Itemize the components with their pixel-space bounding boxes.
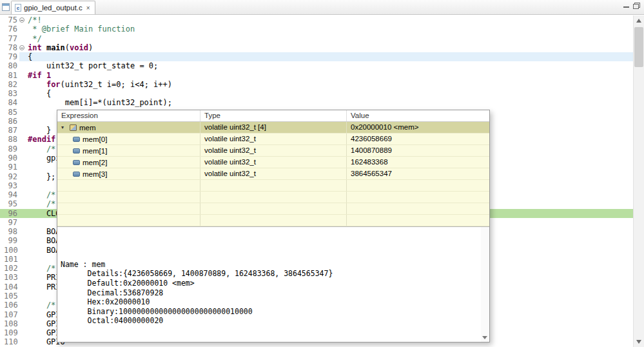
line-number[interactable]: 75 bbox=[4, 15, 19, 25]
expander-icon[interactable]: ▾ bbox=[61, 124, 67, 130]
fold-column bbox=[19, 34, 26, 43]
code-text[interactable]: /*! bbox=[26, 15, 633, 25]
fold-column bbox=[19, 310, 26, 319]
scroll-down-icon[interactable] bbox=[634, 337, 644, 347]
line-number[interactable]: 101 bbox=[4, 255, 19, 264]
code-line[interactable]: 77 */ bbox=[0, 34, 633, 43]
code-text[interactable]: */ bbox=[26, 34, 633, 43]
code-text[interactable]: mem[i]=*(uint32_point); bbox=[26, 98, 633, 107]
line-number[interactable]: 81 bbox=[4, 71, 19, 80]
fold-column bbox=[19, 25, 26, 34]
minimize-icon[interactable] bbox=[623, 3, 629, 8]
detail-line: Name : mem bbox=[61, 260, 479, 270]
line-number[interactable]: 97 bbox=[4, 218, 19, 227]
line-number[interactable]: 103 bbox=[4, 273, 19, 282]
code-text[interactable]: uint32_t port_state = 0; bbox=[26, 61, 633, 70]
type-cell: volatile uint32_t [4] bbox=[200, 122, 347, 133]
line-number[interactable]: 100 bbox=[4, 246, 19, 255]
detail-scroll-down-icon[interactable] bbox=[482, 335, 488, 341]
value-cell: 1400870889 bbox=[347, 145, 489, 156]
expression-row[interactable]: ▾memvolatile uint32_t [4]0x20000010 <mem… bbox=[57, 122, 489, 134]
value-cell: 4236058669 bbox=[347, 134, 489, 144]
fold-column bbox=[19, 273, 26, 282]
empty-row bbox=[57, 215, 489, 226]
tab-close-icon[interactable]: × bbox=[86, 5, 90, 12]
line-number[interactable]: 91 bbox=[4, 163, 19, 172]
line-number[interactable]: 80 bbox=[4, 61, 19, 70]
line-number[interactable]: 79 bbox=[4, 52, 19, 61]
variable-detail-pane[interactable]: Name : mem Details:{4236058669, 14008708… bbox=[57, 226, 489, 342]
column-header-expression[interactable]: Expression bbox=[57, 110, 200, 121]
type-cell: volatile uint32_t bbox=[200, 168, 347, 179]
column-header-value[interactable]: Value bbox=[347, 110, 489, 121]
editor-vertical-scrollbar[interactable] bbox=[633, 15, 644, 347]
line-number[interactable]: 104 bbox=[4, 283, 19, 292]
expression-row[interactable]: mem[3]volatile uint32_t3864565347 bbox=[57, 168, 489, 180]
fold-column bbox=[19, 117, 26, 126]
line-number[interactable]: 99 bbox=[4, 236, 19, 245]
expression-cell bbox=[57, 215, 200, 226]
fold-column bbox=[19, 144, 26, 154]
code-text[interactable]: * @brief Main function bbox=[26, 25, 633, 34]
tab-gpio-led-output[interactable]: c gpio_led_output.c × bbox=[11, 1, 95, 14]
code-line[interactable]: 82 for(uint32_t i=0; i<4; i++) bbox=[0, 80, 633, 89]
line-number[interactable]: 109 bbox=[4, 328, 19, 337]
code-line[interactable]: 81#if 1 bbox=[0, 71, 633, 80]
line-number[interactable]: 76 bbox=[4, 25, 19, 34]
code-text[interactable]: for(uint32_t i=0; i<4; i++) bbox=[26, 80, 633, 89]
scrollbar-thumb[interactable] bbox=[634, 27, 643, 67]
line-number[interactable]: 82 bbox=[4, 80, 19, 89]
code-line[interactable]: 75/*! bbox=[0, 15, 633, 25]
line-number[interactable]: 89 bbox=[4, 144, 19, 154]
fold-column bbox=[19, 89, 26, 98]
detail-line: Details:{4236058669, 1400870889, 1624833… bbox=[61, 269, 479, 279]
line-number[interactable]: 92 bbox=[4, 172, 19, 181]
code-line[interactable]: 80 uint32_t port_state = 0; bbox=[0, 61, 633, 70]
line-number[interactable]: 96 bbox=[4, 209, 19, 218]
fold-toggle-icon[interactable] bbox=[19, 17, 24, 23]
detail-scrollbar[interactable] bbox=[481, 227, 489, 342]
code-line[interactable]: 84 mem[i]=*(uint32_point); bbox=[0, 98, 633, 107]
line-number[interactable]: 87 bbox=[4, 126, 19, 135]
column-header-type[interactable]: Type bbox=[200, 110, 347, 121]
expression-row[interactable]: mem[0]volatile uint32_t4236058669 bbox=[57, 134, 489, 145]
expression-label: mem[3] bbox=[83, 170, 107, 178]
scroll-up-icon[interactable] bbox=[634, 15, 644, 26]
line-number[interactable]: 98 bbox=[4, 227, 19, 236]
code-line[interactable]: 78int main(void) bbox=[0, 43, 633, 52]
line-number[interactable]: 93 bbox=[4, 181, 19, 190]
line-number[interactable]: 108 bbox=[4, 319, 19, 328]
fold-toggle-icon[interactable] bbox=[19, 45, 24, 50]
restore-icon[interactable] bbox=[633, 3, 639, 8]
line-number[interactable]: 78 bbox=[4, 43, 19, 52]
line-number[interactable]: 86 bbox=[4, 117, 19, 126]
line-number[interactable]: 85 bbox=[4, 108, 19, 117]
line-number[interactable]: 110 bbox=[4, 337, 19, 346]
line-number[interactable]: 94 bbox=[4, 190, 19, 199]
line-number[interactable]: 84 bbox=[4, 98, 19, 107]
line-number[interactable]: 77 bbox=[4, 34, 19, 43]
code-text[interactable]: { bbox=[26, 52, 633, 61]
code-line[interactable]: 76 * @brief Main function bbox=[0, 25, 633, 34]
line-number[interactable]: 88 bbox=[4, 135, 19, 144]
value-cell bbox=[347, 203, 489, 214]
code-line[interactable]: 83 { bbox=[0, 89, 633, 98]
line-number[interactable]: 102 bbox=[4, 264, 19, 273]
line-number[interactable]: 105 bbox=[4, 292, 19, 301]
fold-column bbox=[19, 98, 26, 107]
line-number[interactable]: 107 bbox=[4, 310, 19, 319]
line-number[interactable]: 83 bbox=[4, 89, 19, 98]
line-number[interactable]: 106 bbox=[4, 301, 19, 310]
expression-row[interactable]: mem[1]volatile uint32_t1400870889 bbox=[57, 145, 489, 157]
type-cell bbox=[200, 215, 347, 226]
fold-column bbox=[19, 246, 26, 255]
fold-column bbox=[19, 135, 26, 144]
expression-row[interactable]: mem[2]volatile uint32_t162483368 bbox=[57, 157, 489, 168]
code-text[interactable]: { bbox=[26, 89, 633, 98]
code-line[interactable]: 79{ bbox=[0, 52, 633, 61]
code-text[interactable]: int main(void) bbox=[26, 43, 633, 52]
fold-column bbox=[19, 199, 26, 208]
line-number[interactable]: 95 bbox=[4, 199, 19, 208]
line-number[interactable]: 90 bbox=[4, 154, 19, 163]
code-text[interactable]: #if 1 bbox=[26, 71, 633, 80]
